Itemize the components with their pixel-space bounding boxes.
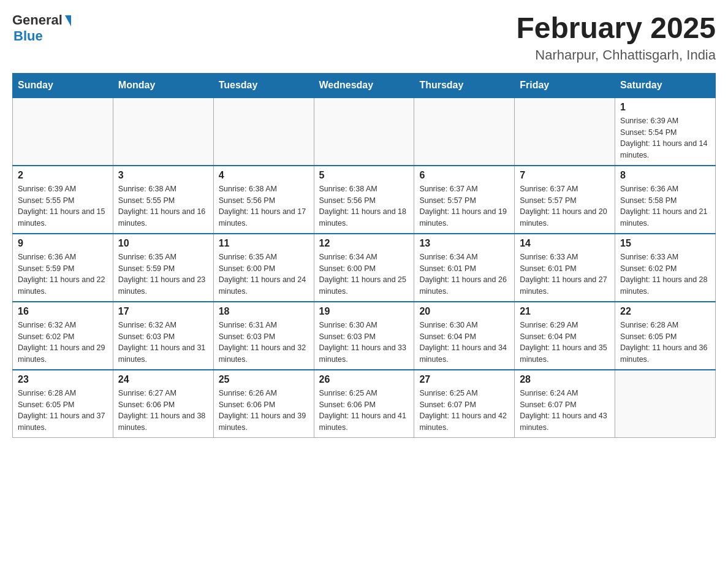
day-info: Sunrise: 6:38 AMSunset: 5:56 PMDaylight:… [219, 183, 309, 229]
day-info: Sunrise: 6:24 AMSunset: 6:07 PMDaylight:… [520, 388, 610, 434]
week-row-3: 9Sunrise: 6:36 AMSunset: 5:59 PMDaylight… [13, 234, 716, 302]
day-info: Sunrise: 6:29 AMSunset: 6:04 PMDaylight:… [520, 320, 610, 366]
day-info: Sunrise: 6:38 AMSunset: 5:56 PMDaylight:… [319, 183, 409, 229]
calendar-cell: 11Sunrise: 6:35 AMSunset: 6:00 PMDayligh… [213, 234, 314, 302]
calendar-cell: 20Sunrise: 6:30 AMSunset: 6:04 PMDayligh… [414, 302, 515, 370]
calendar-cell: 26Sunrise: 6:25 AMSunset: 6:06 PMDayligh… [314, 370, 414, 438]
day-number: 26 [319, 374, 409, 385]
logo: General Blue [12, 12, 71, 44]
calendar-cell: 5Sunrise: 6:38 AMSunset: 5:56 PMDaylight… [314, 166, 414, 234]
day-info: Sunrise: 6:25 AMSunset: 6:07 PMDaylight:… [419, 388, 509, 434]
calendar-cell: 13Sunrise: 6:34 AMSunset: 6:01 PMDayligh… [414, 234, 515, 302]
calendar-cell: 21Sunrise: 6:29 AMSunset: 6:04 PMDayligh… [515, 302, 615, 370]
day-number: 1 [620, 102, 710, 113]
day-number: 16 [18, 306, 108, 317]
calendar-cell: 12Sunrise: 6:34 AMSunset: 6:00 PMDayligh… [314, 234, 414, 302]
day-info: Sunrise: 6:39 AMSunset: 5:55 PMDaylight:… [18, 183, 108, 229]
day-info: Sunrise: 6:32 AMSunset: 6:03 PMDaylight:… [118, 320, 208, 366]
calendar-cell: 1Sunrise: 6:39 AMSunset: 5:54 PMDaylight… [615, 98, 716, 166]
calendar-cell: 18Sunrise: 6:31 AMSunset: 6:03 PMDayligh… [213, 302, 314, 370]
week-row-2: 2Sunrise: 6:39 AMSunset: 5:55 PMDaylight… [13, 166, 716, 234]
day-number: 24 [118, 374, 208, 385]
day-info: Sunrise: 6:25 AMSunset: 6:06 PMDaylight:… [319, 388, 409, 434]
day-info: Sunrise: 6:30 AMSunset: 6:04 PMDaylight:… [419, 320, 509, 366]
day-number: 5 [319, 170, 409, 181]
day-number: 22 [620, 306, 710, 317]
logo-blue-text: Blue [13, 28, 43, 44]
week-row-1: 1Sunrise: 6:39 AMSunset: 5:54 PMDaylight… [13, 98, 716, 166]
day-info: Sunrise: 6:36 AMSunset: 5:59 PMDaylight:… [18, 251, 108, 297]
calendar-table: SundayMondayTuesdayWednesdayThursdayFrid… [12, 73, 716, 438]
calendar-cell: 6Sunrise: 6:37 AMSunset: 5:57 PMDaylight… [414, 166, 515, 234]
calendar-cell: 9Sunrise: 6:36 AMSunset: 5:59 PMDaylight… [13, 234, 113, 302]
page-header: General Blue February 2025 Narharpur, Ch… [12, 12, 716, 63]
day-info: Sunrise: 6:34 AMSunset: 6:00 PMDaylight:… [319, 251, 409, 297]
calendar-cell: 10Sunrise: 6:35 AMSunset: 5:59 PMDayligh… [113, 234, 213, 302]
location-subtitle: Narharpur, Chhattisgarh, India [516, 47, 716, 63]
calendar-cell: 15Sunrise: 6:33 AMSunset: 6:02 PMDayligh… [615, 234, 716, 302]
day-number: 8 [620, 170, 710, 181]
day-number: 3 [118, 170, 208, 181]
weekday-header-tuesday: Tuesday [213, 73, 314, 98]
day-number: 25 [219, 374, 309, 385]
day-number: 13 [419, 238, 509, 249]
calendar-cell: 17Sunrise: 6:32 AMSunset: 6:03 PMDayligh… [113, 302, 213, 370]
calendar-cell: 23Sunrise: 6:28 AMSunset: 6:05 PMDayligh… [13, 370, 113, 438]
weekday-header-sunday: Sunday [13, 73, 113, 98]
calendar-cell: 4Sunrise: 6:38 AMSunset: 5:56 PMDaylight… [213, 166, 314, 234]
calendar-cell [515, 98, 615, 166]
day-number: 15 [620, 238, 710, 249]
day-number: 17 [118, 306, 208, 317]
day-info: Sunrise: 6:37 AMSunset: 5:57 PMDaylight:… [520, 183, 610, 229]
calendar-cell: 2Sunrise: 6:39 AMSunset: 5:55 PMDaylight… [13, 166, 113, 234]
weekday-header-wednesday: Wednesday [314, 73, 414, 98]
calendar-cell: 19Sunrise: 6:30 AMSunset: 6:03 PMDayligh… [314, 302, 414, 370]
calendar-body: 1Sunrise: 6:39 AMSunset: 5:54 PMDaylight… [13, 98, 716, 438]
calendar-cell: 24Sunrise: 6:27 AMSunset: 6:06 PMDayligh… [113, 370, 213, 438]
weekday-header-friday: Friday [515, 73, 615, 98]
calendar-cell [314, 98, 414, 166]
day-info: Sunrise: 6:31 AMSunset: 6:03 PMDaylight:… [219, 320, 309, 366]
weekday-header-monday: Monday [113, 73, 213, 98]
calendar-cell [13, 98, 113, 166]
day-info: Sunrise: 6:27 AMSunset: 6:06 PMDaylight:… [118, 388, 208, 434]
day-info: Sunrise: 6:32 AMSunset: 6:02 PMDaylight:… [18, 320, 108, 366]
week-row-5: 23Sunrise: 6:28 AMSunset: 6:05 PMDayligh… [13, 370, 716, 438]
day-number: 11 [219, 238, 309, 249]
day-info: Sunrise: 6:30 AMSunset: 6:03 PMDaylight:… [319, 320, 409, 366]
calendar-cell: 16Sunrise: 6:32 AMSunset: 6:02 PMDayligh… [13, 302, 113, 370]
calendar-cell: 8Sunrise: 6:36 AMSunset: 5:58 PMDaylight… [615, 166, 716, 234]
day-info: Sunrise: 6:35 AMSunset: 6:00 PMDaylight:… [219, 251, 309, 297]
day-number: 10 [118, 238, 208, 249]
title-block: February 2025 Narharpur, Chhattisgarh, I… [516, 12, 716, 63]
day-number: 7 [520, 170, 610, 181]
day-number: 21 [520, 306, 610, 317]
day-info: Sunrise: 6:26 AMSunset: 6:06 PMDaylight:… [219, 388, 309, 434]
calendar-cell: 25Sunrise: 6:26 AMSunset: 6:06 PMDayligh… [213, 370, 314, 438]
day-number: 9 [18, 238, 108, 249]
day-info: Sunrise: 6:37 AMSunset: 5:57 PMDaylight:… [419, 183, 509, 229]
day-number: 14 [520, 238, 610, 249]
weekday-header-thursday: Thursday [414, 73, 515, 98]
day-info: Sunrise: 6:38 AMSunset: 5:55 PMDaylight:… [118, 183, 208, 229]
calendar-cell: 27Sunrise: 6:25 AMSunset: 6:07 PMDayligh… [414, 370, 515, 438]
logo-arrow-icon [65, 15, 71, 26]
day-number: 23 [18, 374, 108, 385]
day-number: 6 [419, 170, 509, 181]
weekday-header-row: SundayMondayTuesdayWednesdayThursdayFrid… [13, 73, 716, 98]
day-number: 27 [419, 374, 509, 385]
week-row-4: 16Sunrise: 6:32 AMSunset: 6:02 PMDayligh… [13, 302, 716, 370]
calendar-header: SundayMondayTuesdayWednesdayThursdayFrid… [13, 73, 716, 98]
calendar-cell [615, 370, 716, 438]
day-info: Sunrise: 6:34 AMSunset: 6:01 PMDaylight:… [419, 251, 509, 297]
day-info: Sunrise: 6:35 AMSunset: 5:59 PMDaylight:… [118, 251, 208, 297]
day-info: Sunrise: 6:28 AMSunset: 6:05 PMDaylight:… [18, 388, 108, 434]
calendar-cell: 22Sunrise: 6:28 AMSunset: 6:05 PMDayligh… [615, 302, 716, 370]
day-info: Sunrise: 6:36 AMSunset: 5:58 PMDaylight:… [620, 183, 710, 229]
weekday-header-saturday: Saturday [615, 73, 716, 98]
logo-general-text: General [12, 12, 63, 28]
day-info: Sunrise: 6:33 AMSunset: 6:02 PMDaylight:… [620, 251, 710, 297]
month-title: February 2025 [516, 12, 716, 45]
calendar-cell [414, 98, 515, 166]
day-info: Sunrise: 6:33 AMSunset: 6:01 PMDaylight:… [520, 251, 610, 297]
